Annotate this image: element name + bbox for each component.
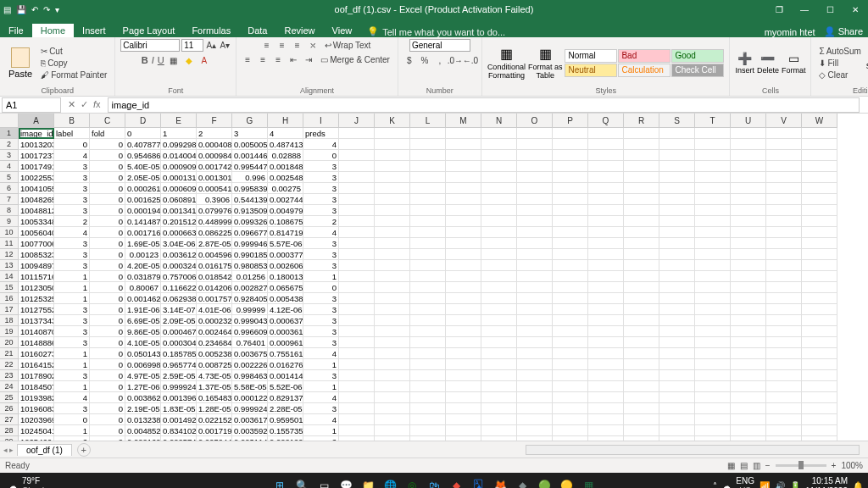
cell[interactable]	[410, 172, 446, 183]
column-header[interactable]: J	[339, 114, 375, 128]
cell[interactable]: 0.000984	[197, 150, 232, 161]
cell[interactable]	[802, 304, 837, 315]
cell[interactable]	[731, 348, 766, 359]
cell[interactable]: 1.28E-05	[197, 403, 232, 414]
cell[interactable]: 0.000304	[161, 337, 197, 348]
edge-icon[interactable]: 🌐	[381, 476, 399, 488]
cell[interactable]	[375, 194, 410, 205]
cell[interactable]	[553, 139, 588, 150]
cell[interactable]	[517, 194, 553, 205]
cell[interactable]	[659, 370, 695, 381]
cell[interactable]	[624, 348, 659, 359]
cell[interactable]	[695, 370, 731, 381]
format-table-icon[interactable]: ▦	[539, 46, 552, 62]
cell[interactable]	[553, 370, 588, 381]
cell[interactable]	[517, 172, 553, 183]
align-center-icon[interactable]: ≡	[257, 53, 269, 65]
cell[interactable]: 102039695	[19, 414, 54, 425]
cell[interactable]	[410, 271, 446, 282]
cell[interactable]	[481, 326, 517, 337]
solitaire-icon[interactable]: 🂡	[469, 476, 487, 488]
cell[interactable]: 0.006998	[125, 359, 161, 370]
cell[interactable]	[802, 359, 837, 370]
cell[interactable]	[695, 161, 731, 172]
cell[interactable]	[553, 260, 588, 271]
cell[interactable]	[624, 326, 659, 337]
cell[interactable]	[766, 326, 802, 337]
cell[interactable]	[339, 359, 375, 370]
cell[interactable]: 0	[90, 370, 125, 381]
cell[interactable]: 3	[54, 249, 90, 260]
cell[interactable]: 100533489	[19, 216, 54, 227]
cell[interactable]: 3	[54, 194, 90, 205]
cell[interactable]	[802, 216, 837, 227]
cell[interactable]: 0.005238	[197, 348, 232, 359]
cell[interactable]: 101253251	[19, 293, 54, 304]
cell[interactable]	[446, 271, 481, 282]
row-header[interactable]: 19	[0, 326, 19, 337]
cell[interactable]	[731, 293, 766, 304]
cell[interactable]: 2.05E-05	[125, 172, 161, 183]
cell[interactable]: 101230509	[19, 282, 54, 293]
undo-icon[interactable]: ↶	[31, 5, 38, 14]
align-left-icon[interactable]: ≡	[242, 53, 253, 65]
column-header[interactable]: R	[624, 114, 659, 128]
cell[interactable]	[410, 348, 446, 359]
cell[interactable]	[446, 216, 481, 227]
cell[interactable]	[659, 139, 695, 150]
cell[interactable]: 0.999924	[161, 381, 197, 392]
cell[interactable]	[624, 194, 659, 205]
cell[interactable]	[802, 392, 837, 403]
tab-file[interactable]: File	[0, 24, 32, 37]
cell[interactable]: 1.91E-06	[125, 304, 161, 315]
cell[interactable]	[659, 425, 695, 436]
cell[interactable]	[481, 150, 517, 161]
name-box[interactable]: A1	[2, 97, 61, 113]
font-color-icon[interactable]: A	[198, 54, 210, 66]
cell[interactable]	[802, 249, 837, 260]
cell[interactable]	[375, 381, 410, 392]
cell[interactable]	[339, 392, 375, 403]
column-header[interactable]: Q	[588, 114, 624, 128]
cell[interactable]	[553, 326, 588, 337]
cell[interactable]	[624, 282, 659, 293]
cell[interactable]	[766, 260, 802, 271]
cell[interactable]	[624, 337, 659, 348]
cell[interactable]	[588, 293, 624, 304]
row-header[interactable]: 12	[0, 249, 19, 260]
cell[interactable]	[695, 260, 731, 271]
cell[interactable]: 0.014206	[197, 282, 232, 293]
cell[interactable]	[731, 205, 766, 216]
cell[interactable]: 3	[54, 260, 90, 271]
cell[interactable]	[588, 139, 624, 150]
cell[interactable]: 0.165483	[197, 392, 232, 403]
cell[interactable]	[553, 194, 588, 205]
cell[interactable]: 0.002606	[268, 260, 303, 271]
cell[interactable]	[517, 128, 553, 139]
cell[interactable]	[517, 359, 553, 370]
cell[interactable]: 4.01E-06	[197, 304, 232, 315]
cell[interactable]	[339, 414, 375, 425]
cell[interactable]: 3	[303, 183, 339, 194]
cell[interactable]	[446, 359, 481, 370]
cell[interactable]: 0	[90, 348, 125, 359]
cell[interactable]	[410, 293, 446, 304]
cell[interactable]	[624, 381, 659, 392]
cell[interactable]: 0.001341	[161, 205, 197, 216]
cell[interactable]: 4	[268, 128, 303, 139]
cell[interactable]: 2	[54, 216, 90, 227]
cell[interactable]	[375, 326, 410, 337]
cell[interactable]	[695, 315, 731, 326]
language-indicator[interactable]: ENG	[736, 476, 754, 485]
cell[interactable]: 0.002548	[268, 172, 303, 183]
cell[interactable]	[766, 304, 802, 315]
cell[interactable]	[517, 249, 553, 260]
cell[interactable]	[339, 326, 375, 337]
cell[interactable]	[481, 425, 517, 436]
chrome-icon[interactable]: 🟢	[535, 476, 554, 488]
cell[interactable]: 3	[54, 238, 90, 249]
cell[interactable]	[588, 425, 624, 436]
cell[interactable]	[339, 282, 375, 293]
cell[interactable]	[517, 370, 553, 381]
cell[interactable]	[446, 425, 481, 436]
